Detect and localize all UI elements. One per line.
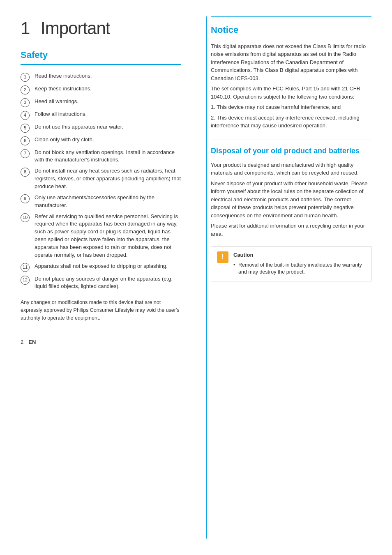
disposal-body: Your product is designed and manufacture… bbox=[211, 161, 371, 238]
list-item: 3Heed all warnings. bbox=[21, 98, 181, 107]
item-number: 12 bbox=[21, 276, 30, 285]
item-number: 8 bbox=[21, 168, 30, 177]
disposal-title: Disposal of your old product and batteri… bbox=[211, 146, 371, 156]
page-number: 2 bbox=[21, 339, 23, 346]
list-item: 6Clean only with dry cloth. bbox=[21, 136, 181, 145]
item-text: Do not place any sources of danger on th… bbox=[35, 275, 181, 291]
caution-text: Removal of the built-in battery invalida… bbox=[233, 262, 365, 276]
disposal-divider bbox=[211, 140, 371, 140]
caution-icon: ! bbox=[217, 251, 228, 263]
safety-list: 1Read these instructions.2Keep these ins… bbox=[21, 72, 181, 291]
disposal-section: Disposal of your old product and batteri… bbox=[211, 140, 371, 281]
item-text: Read these instructions. bbox=[35, 72, 181, 80]
item-text: Refer all servicing to qualified service… bbox=[35, 213, 181, 259]
item-number: 7 bbox=[21, 149, 30, 158]
list-item: 12Do not place any sources of danger on … bbox=[21, 275, 181, 291]
item-number: 11 bbox=[21, 263, 30, 272]
list-item: 1Read these instructions. bbox=[21, 72, 181, 82]
chapter-number: 1 bbox=[21, 18, 30, 38]
chapter-title-text: Important bbox=[41, 18, 110, 38]
item-text: Heed all warnings. bbox=[35, 98, 181, 106]
left-column: 1 Important Safety 1Read these instructi… bbox=[21, 16, 189, 539]
item-number: 9 bbox=[21, 194, 30, 203]
disposal-paragraph: Never dispose of your product with other… bbox=[211, 180, 371, 220]
caution-label: Caution bbox=[233, 251, 365, 259]
item-number: 5 bbox=[21, 124, 30, 133]
chapter-title: 1 Important bbox=[21, 16, 181, 41]
item-number: 2 bbox=[21, 85, 30, 94]
notice-title: Notice bbox=[211, 24, 371, 37]
disposal-paragraph: Please visit for additonal information o… bbox=[211, 222, 371, 238]
item-text: Apparatus shall not be exposed to drippi… bbox=[35, 263, 181, 270]
list-item: 9Only use attachments/accessories specif… bbox=[21, 194, 181, 210]
item-text: Do not block any ventilation openings. I… bbox=[35, 149, 181, 164]
item-text: Follow all instructions. bbox=[35, 111, 181, 118]
item-number: 1 bbox=[21, 73, 30, 82]
notice-paragraph: 2. This device must accept any interfere… bbox=[211, 114, 371, 130]
list-item: 5Do not use this apparatus near water. bbox=[21, 123, 181, 133]
right-column: Notice This digital apparatus does not e… bbox=[206, 16, 371, 539]
language-label: EN bbox=[28, 339, 36, 346]
item-text: Do not install near any heat sources suc… bbox=[35, 167, 181, 191]
notice-paragraph: 1. This device may not cause harmful int… bbox=[211, 103, 371, 111]
list-item: 8Do not install near any heat sources su… bbox=[21, 167, 181, 191]
safety-section-title: Safety bbox=[21, 49, 181, 65]
notice-body: This digital apparatus does not exceed t… bbox=[211, 42, 371, 130]
caution-box: ! Caution Removal of the built-in batter… bbox=[211, 246, 371, 281]
list-item: 11Apparatus shall not be exposed to drip… bbox=[21, 263, 181, 272]
footer-note: Any changes or modifications made to thi… bbox=[21, 299, 181, 322]
top-divider bbox=[211, 16, 371, 17]
list-item: 4Follow all instructions. bbox=[21, 111, 181, 120]
page-footer: 2 EN bbox=[21, 334, 181, 346]
main-content: 1 Important Safety 1Read these instructi… bbox=[21, 16, 371, 539]
item-number: 4 bbox=[21, 111, 30, 120]
caution-content: Caution Removal of the built-in battery … bbox=[233, 251, 365, 276]
notice-paragraph: This digital apparatus does not exceed t… bbox=[211, 42, 371, 83]
list-item: 10Refer all servicing to qualified servi… bbox=[21, 213, 181, 259]
item-text: Do not use this apparatus near water. bbox=[35, 123, 181, 131]
disposal-paragraph: Your product is designed and manufacture… bbox=[211, 161, 371, 177]
item-text: Only use attachments/accessories specifi… bbox=[35, 194, 181, 210]
list-item: 7Do not block any ventilation openings. … bbox=[21, 149, 181, 164]
item-number: 6 bbox=[21, 136, 30, 145]
notice-paragraph: The set complies with the FCC-Rules, Par… bbox=[211, 85, 371, 101]
item-number: 10 bbox=[21, 213, 30, 222]
item-text: Keep these instructions. bbox=[35, 85, 181, 93]
item-text: Clean only with dry cloth. bbox=[35, 136, 181, 144]
item-number: 3 bbox=[21, 98, 30, 107]
page: 1 Important Safety 1Read these instructi… bbox=[0, 0, 392, 555]
list-item: 2Keep these instructions. bbox=[21, 85, 181, 94]
